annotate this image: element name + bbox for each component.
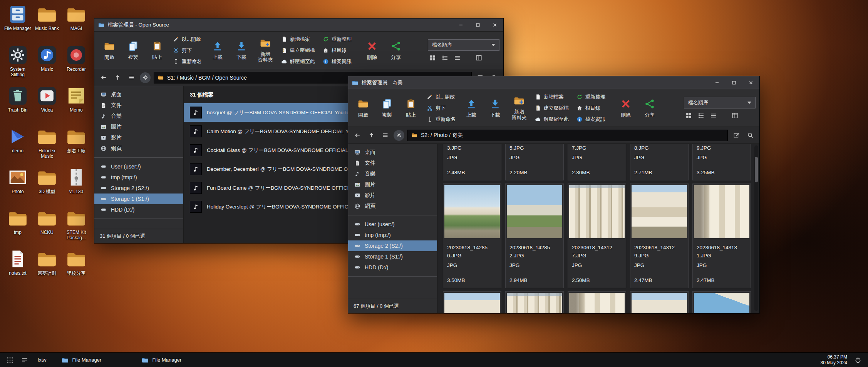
photo-cell[interactable]: 20230618_143127.JPGJPG2.50MB	[568, 184, 626, 288]
view-columns-button[interactable]	[476, 55, 482, 61]
photo-cell[interactable]: 20230618_143131.JPGJPG2.47MB	[692, 184, 751, 288]
download-button[interactable]: 下載	[230, 33, 253, 67]
scrollbar[interactable]	[754, 145, 758, 311]
menu-button[interactable]	[126, 72, 137, 83]
taskbar-task-button[interactable]: File Manager	[136, 353, 201, 367]
photo-cell[interactable]	[443, 291, 501, 313]
desktop-icon[interactable]: notes.txt	[3, 247, 32, 288]
refresh-button[interactable]: 重新整理	[320, 34, 355, 44]
settings-button[interactable]	[140, 72, 151, 83]
photo-cell[interactable]	[630, 291, 689, 313]
desktop-icon[interactable]: Videa	[32, 84, 62, 125]
sidebar-place-music[interactable]: 音樂	[348, 168, 437, 179]
photo-cell[interactable]: 20230618_143129.JPGJPG2.47MB	[630, 184, 689, 288]
desktop-icon[interactable]: Holodex Music	[32, 125, 62, 165]
sidebar-place-doc[interactable]: 文件	[94, 100, 183, 111]
up-button[interactable]	[366, 130, 377, 141]
up-button[interactable]	[112, 72, 123, 83]
desktop-icon[interactable]: Trash Bin	[3, 84, 32, 125]
sidebar-place-web[interactable]: 網頁	[348, 201, 437, 212]
menu-button[interactable]	[380, 130, 390, 141]
upload-button[interactable]: 上載	[206, 33, 229, 67]
sort-order-select[interactable]: 檔名順序	[684, 97, 756, 108]
sidebar-place-web[interactable]: 網頁	[94, 143, 183, 154]
file-info-button[interactable]: 檔案資訊	[320, 57, 355, 67]
clock[interactable]: 06:37 PM 30 May 2024	[821, 354, 852, 366]
sidebar-place-image[interactable]: 圖片	[348, 179, 437, 190]
view-columns-button[interactable]	[732, 112, 738, 119]
photo-cell[interactable]	[568, 291, 626, 313]
delete-button[interactable]: 刪除	[361, 33, 383, 67]
desktop-icon[interactable]: STEM Kit Packag...	[62, 206, 91, 247]
taskbar-task-button[interactable]: File Manager	[56, 353, 121, 367]
desktop-icon[interactable]: tmp	[3, 206, 32, 247]
sidebar-place-desktop[interactable]: 桌面	[94, 89, 183, 100]
new-file-button[interactable]: 新增檔案	[532, 92, 572, 102]
open-button[interactable]: 開啟	[98, 33, 121, 67]
desktop-icon[interactable]: Memo	[62, 84, 91, 125]
rename-button[interactable]: 重新命名	[424, 114, 459, 124]
sidebar-drive[interactable]: User (user:/)	[94, 161, 183, 172]
sidebar-place-image[interactable]: 圖片	[94, 122, 183, 132]
settings-button[interactable]	[394, 130, 404, 141]
photo-cell[interactable]: 3.JPGJPG2.48MB	[443, 144, 501, 180]
power-button[interactable]	[852, 354, 864, 366]
back-button[interactable]	[352, 130, 363, 141]
view-list-button[interactable]	[698, 112, 704, 119]
close-button[interactable]	[486, 18, 503, 31]
edit-path-button[interactable]	[731, 130, 742, 141]
sort-order-select[interactable]: 檔名順序	[428, 39, 499, 51]
sidebar-drive[interactable]: Storage 1 (S1:/)	[94, 194, 183, 204]
open-button[interactable]: 開啟	[352, 91, 374, 125]
photo-cell[interactable]: 8.JPGJPG2.71MB	[630, 144, 689, 180]
desktop-icon[interactable]: Photo	[3, 165, 32, 206]
cut-button[interactable]: 剪下	[424, 103, 459, 113]
new-folder-button[interactable]: 新增資料夾	[254, 33, 276, 67]
file-info-button[interactable]: 檔案資訊	[573, 114, 608, 124]
sidebar-drive[interactable]: HDD (D:/)	[94, 204, 183, 215]
extract-here-button[interactable]: 解壓縮至此	[532, 114, 572, 124]
photo-cell[interactable]: 5.JPGJPG2.20MB	[505, 144, 564, 180]
search-button[interactable]	[745, 130, 756, 141]
desktop-icon[interactable]: Music	[32, 43, 62, 84]
open-with-button[interactable]: 以...開啟	[170, 34, 205, 44]
photo-cell[interactable]: 20230618_142850.JPGJPG3.50MB	[443, 184, 501, 288]
sidebar-drive[interactable]: Storage 2 (S2:/)	[94, 183, 183, 194]
desktop-icon[interactable]: 創者工廠	[62, 125, 91, 165]
rename-button[interactable]: 重新命名	[170, 57, 205, 67]
view-compact-button[interactable]	[454, 55, 461, 61]
view-grid-button[interactable]	[685, 112, 692, 119]
root-button[interactable]: 根目錄	[573, 103, 608, 113]
view-grid-button[interactable]	[429, 55, 436, 61]
copy-button[interactable]: 複製	[122, 33, 144, 67]
titlebar[interactable]: 檔案管理員 - 奇美	[348, 76, 759, 89]
ime-indicator[interactable]: lxtw	[38, 357, 46, 363]
sidebar-drive[interactable]: tmp (tmp:/)	[348, 230, 437, 240]
paste-button[interactable]: 貼上	[146, 33, 168, 67]
share-button[interactable]: 分享	[385, 33, 407, 67]
cut-button[interactable]: 剪下	[170, 45, 205, 55]
view-compact-button[interactable]	[710, 112, 717, 119]
create-archive-button[interactable]: 建立壓縮檔	[532, 103, 572, 113]
sidebar-place-desktop[interactable]: 桌面	[348, 147, 437, 158]
view-list-button[interactable]	[442, 55, 448, 61]
minimize-button[interactable]	[709, 76, 726, 89]
sidebar-drive[interactable]: tmp (tmp:/)	[94, 172, 183, 183]
maximize-button[interactable]	[469, 18, 486, 31]
copy-button[interactable]: 複製	[376, 91, 398, 125]
sidebar-drive[interactable]: Storage 2 (S2:/)	[348, 240, 437, 251]
desktop-icon[interactable]: v1.130	[62, 165, 91, 206]
maximize-button[interactable]	[726, 76, 742, 89]
new-file-button[interactable]: 新增檔案	[278, 34, 318, 44]
photo-cell[interactable]: 9.JPGJPG3.25MB	[692, 144, 751, 180]
desktop-icon[interactable]: demo	[3, 125, 32, 165]
task-view-button[interactable]	[18, 354, 31, 366]
titlebar[interactable]: 檔案管理員 - Open Source	[94, 18, 503, 32]
desktop-icon[interactable]: 3D 模型	[32, 165, 62, 206]
extract-here-button[interactable]: 解壓縮至此	[278, 57, 318, 67]
desktop-icon[interactable]: Music Bank	[32, 2, 62, 43]
sidebar-place-film[interactable]: 影片	[348, 190, 437, 201]
create-archive-button[interactable]: 建立壓縮檔	[278, 45, 318, 55]
open-with-button[interactable]: 以...開啟	[424, 92, 459, 102]
scrollbar-thumb[interactable]	[755, 157, 758, 182]
